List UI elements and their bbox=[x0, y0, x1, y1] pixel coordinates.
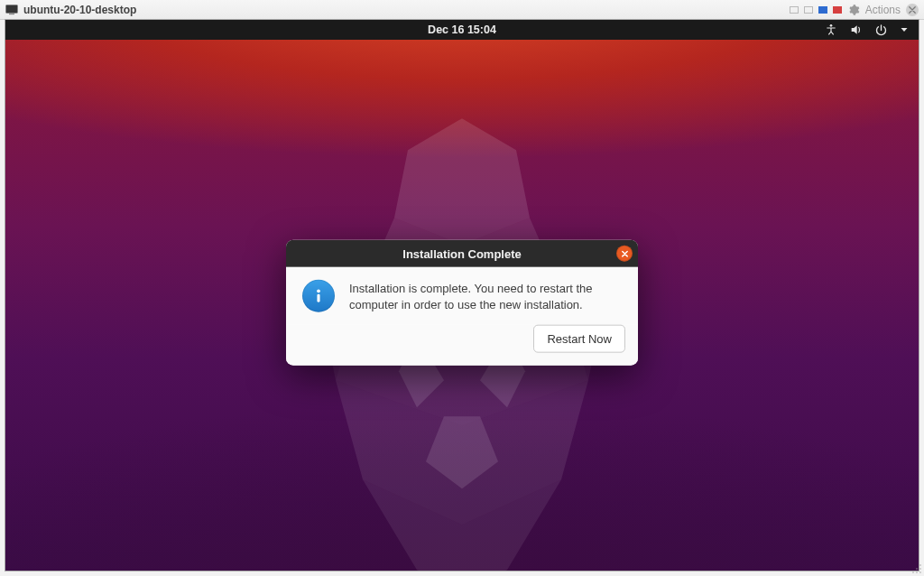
svg-point-17 bbox=[919, 568, 921, 570]
svg-point-20 bbox=[919, 571, 921, 573]
svg-point-18 bbox=[912, 571, 914, 573]
svg-point-15 bbox=[919, 564, 921, 566]
chevron-down-icon[interactable] bbox=[899, 24, 910, 35]
svg-point-16 bbox=[916, 568, 918, 570]
resize-grip-icon[interactable] bbox=[911, 563, 922, 574]
host-indicator-2-icon[interactable] bbox=[804, 6, 813, 14]
svg-point-2 bbox=[830, 24, 833, 27]
panel-status-area[interactable] bbox=[824, 20, 910, 40]
svg-point-13 bbox=[317, 290, 320, 293]
guest-screen: Dec 16 15:04 bbox=[5, 20, 919, 571]
accessibility-icon[interactable] bbox=[824, 23, 838, 37]
power-icon[interactable] bbox=[874, 23, 888, 37]
gear-icon[interactable] bbox=[847, 4, 860, 16]
host-indicator-4-icon[interactable] bbox=[833, 6, 842, 14]
host-title: ubuntu-20-10-desktop bbox=[23, 4, 136, 16]
host-indicator-1-icon[interactable] bbox=[790, 6, 799, 14]
info-icon bbox=[302, 280, 335, 312]
restart-now-button[interactable]: Restart Now bbox=[533, 325, 625, 353]
volume-icon[interactable] bbox=[849, 23, 864, 37]
host-toolbar: Actions bbox=[790, 4, 919, 16]
ubuntu-top-panel: Dec 16 15:04 bbox=[5, 20, 919, 40]
host-close-button[interactable] bbox=[906, 4, 919, 16]
host-indicator-3-icon[interactable] bbox=[818, 6, 827, 14]
svg-rect-0 bbox=[6, 5, 18, 13]
host-actions-label[interactable]: Actions bbox=[865, 4, 901, 16]
svg-rect-14 bbox=[317, 294, 319, 302]
host-app-icon bbox=[5, 5, 18, 15]
dialog-title: Installation Complete bbox=[402, 246, 521, 260]
panel-clock[interactable]: Dec 16 15:04 bbox=[428, 23, 496, 36]
host-titlebar: ubuntu-20-10-desktop Actions bbox=[0, 0, 924, 20]
svg-point-19 bbox=[916, 571, 918, 573]
dialog-titlebar[interactable]: Installation Complete bbox=[286, 240, 638, 267]
vm-host-window: ubuntu-20-10-desktop Actions Dec 16 15:0… bbox=[0, 0, 924, 576]
dialog-footer: Restart Now bbox=[286, 325, 638, 366]
svg-rect-1 bbox=[9, 14, 14, 14]
installation-complete-dialog: Installation Complete Installation is co… bbox=[286, 240, 638, 366]
dialog-close-button[interactable] bbox=[616, 246, 633, 262]
dialog-body: Installation is complete. You need to re… bbox=[286, 267, 638, 325]
dialog-message: Installation is complete. You need to re… bbox=[349, 280, 622, 312]
desktop: Installation Complete Installation is co… bbox=[5, 40, 919, 571]
